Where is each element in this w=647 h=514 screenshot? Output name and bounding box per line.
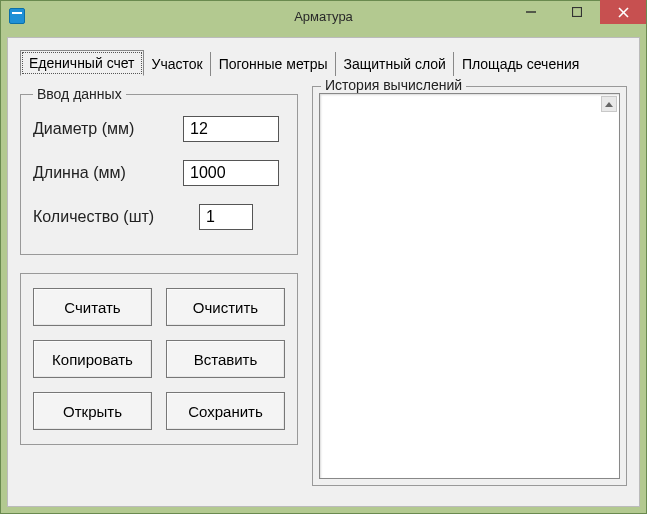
diameter-label: Диаметр (мм) [33, 120, 183, 138]
tab-single-calc[interactable]: Еденичный счет [20, 50, 144, 76]
tab-cross-section-area[interactable]: Площадь сечения [453, 52, 587, 76]
app-icon [9, 8, 25, 24]
copy-button[interactable]: Копировать [33, 340, 152, 378]
calculate-button[interactable]: Считать [33, 288, 152, 326]
input-group: Ввод данных Диаметр (мм) Длинна (мм) Кол… [20, 86, 298, 255]
row-diameter: Диаметр (мм) [33, 116, 285, 142]
tab-protective-layer[interactable]: Защитный слой [335, 52, 454, 76]
row-quantity: Количество (шт) [33, 204, 285, 230]
scroll-up-button[interactable] [601, 96, 617, 112]
maximize-button[interactable] [554, 0, 600, 24]
tab-running-meters[interactable]: Погонные метры [210, 52, 336, 76]
open-button[interactable]: Открыть [33, 392, 152, 430]
tab-strip: Еденичный счет Участок Погонные метры За… [20, 50, 627, 76]
quantity-label: Количество (шт) [33, 208, 183, 226]
right-column: История вычислений [312, 86, 627, 486]
titlebar: Арматура [1, 1, 646, 31]
svg-rect-1 [573, 8, 582, 17]
minimize-button[interactable] [508, 0, 554, 24]
tab-content: Ввод данных Диаметр (мм) Длинна (мм) Кол… [20, 86, 627, 486]
left-column: Ввод данных Диаметр (мм) Длинна (мм) Кол… [20, 86, 298, 486]
history-group: История вычислений [312, 86, 627, 486]
quantity-input[interactable] [199, 204, 253, 230]
length-input[interactable] [183, 160, 279, 186]
diameter-input[interactable] [183, 116, 279, 142]
tab-section[interactable]: Участок [143, 52, 211, 76]
row-length: Длинна (мм) [33, 160, 285, 186]
paste-button[interactable]: Вставить [166, 340, 285, 378]
client-area: Еденичный счет Участок Погонные метры За… [7, 37, 640, 507]
save-button[interactable]: Сохранить [166, 392, 285, 430]
app-window: Арматура Еденичный счет Участок Погонные… [0, 0, 647, 514]
close-button[interactable] [600, 0, 646, 24]
clear-button[interactable]: Очистить [166, 288, 285, 326]
input-group-legend: Ввод данных [33, 86, 126, 102]
history-textarea[interactable] [319, 93, 620, 479]
history-legend: История вычислений [321, 77, 466, 93]
window-controls [508, 1, 646, 31]
button-group: Считать Очистить Копировать Вставить Отк… [20, 273, 298, 445]
length-label: Длинна (мм) [33, 164, 183, 182]
